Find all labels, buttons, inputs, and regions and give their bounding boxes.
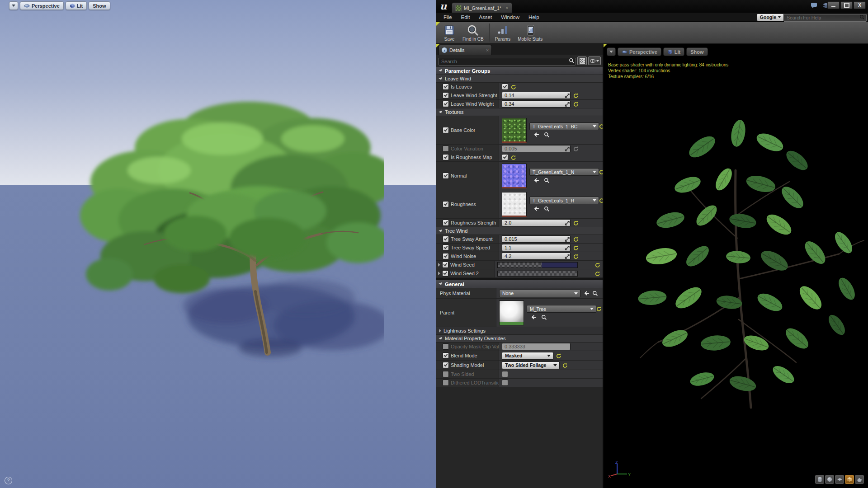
reset-to-default-icon[interactable] [596, 306, 601, 311]
reset-to-default-icon[interactable] [595, 263, 600, 267]
show-button[interactable]: Show [89, 1, 110, 10]
category-textures[interactable]: Textures [436, 108, 603, 116]
level-viewport[interactable]: Perspective Lit Show ? [0, 0, 436, 488]
viewport-options-button[interactable] [607, 47, 616, 56]
param-enable-checkbox[interactable] [443, 380, 449, 386]
param-enable-checkbox[interactable] [443, 154, 449, 160]
reset-to-default-icon[interactable] [599, 124, 603, 129]
value-checkbox[interactable] [502, 84, 508, 90]
texture-combobox[interactable]: T_GreenLeafs_1_R [529, 197, 599, 204]
param-enable-checkbox[interactable] [442, 262, 448, 268]
material-preview-viewport[interactable]: Perspective Lit Show Base pass shader wi… [604, 44, 868, 488]
reset-to-default-icon[interactable] [562, 363, 567, 368]
expander-icon[interactable] [438, 263, 440, 267]
param-enable-checkbox[interactable] [443, 84, 449, 90]
reset-to-default-icon[interactable] [599, 198, 603, 203]
category-lightmass-settings[interactable]: Lightmass Settings [436, 327, 603, 335]
titlebar[interactable]: u MI_GreenLeaf_1* × X [436, 0, 868, 13]
reset-to-default-icon[interactable] [573, 93, 578, 98]
color-swatch[interactable] [497, 271, 578, 277]
shape-cylinder-button[interactable] [815, 475, 824, 484]
shading-model-dropdown[interactable]: Two Sided Foliage [502, 361, 560, 369]
browse-to-asset-icon[interactable] [544, 206, 550, 212]
value-spinbox[interactable]: 2.0 [502, 219, 571, 226]
category-material-property-overrides[interactable]: Material Property Overrides [436, 335, 603, 343]
reset-to-default-icon[interactable] [573, 237, 578, 242]
reset-to-default-icon[interactable] [595, 271, 600, 276]
menu-file[interactable]: File [439, 14, 457, 20]
value-spinbox[interactable]: 4.2 [502, 253, 571, 260]
texture-thumbnail[interactable] [502, 118, 527, 143]
reset-to-default-icon[interactable] [511, 155, 516, 160]
param-enable-checkbox[interactable] [442, 270, 448, 277]
perspective-button[interactable]: Perspective [618, 47, 661, 56]
shape-teapot-button[interactable] [855, 475, 864, 484]
reset-to-default-icon[interactable] [599, 169, 603, 174]
details-search-input[interactable] [438, 58, 576, 66]
feedback-bubble-icon[interactable] [811, 2, 818, 9]
close-button[interactable]: X [854, 1, 866, 9]
view-options-button[interactable] [588, 56, 601, 65]
save-button[interactable]: Save [440, 22, 459, 43]
shape-cube-button[interactable] [845, 475, 854, 484]
menu-help[interactable]: Help [524, 14, 544, 20]
menu-asset[interactable]: Asset [474, 14, 496, 20]
details-tab-close-icon[interactable]: × [486, 48, 489, 53]
display-mode-button[interactable] [577, 56, 587, 65]
value-checkbox[interactable] [502, 154, 508, 160]
asset-tab-close-icon[interactable]: × [505, 5, 508, 10]
param-enable-checkbox[interactable] [443, 371, 449, 377]
color-swatch[interactable] [497, 262, 578, 268]
menu-edit[interactable]: Edit [457, 14, 475, 20]
browse-to-asset-icon[interactable] [592, 291, 598, 296]
category-tree-wind[interactable]: Tree Wind [436, 227, 603, 235]
param-enable-checkbox[interactable] [443, 173, 449, 179]
search-engine-button[interactable]: Google [757, 14, 784, 21]
shape-sphere-button[interactable] [825, 475, 834, 484]
perspective-button[interactable]: Perspective [20, 1, 64, 10]
texture-combobox[interactable]: T_GreenLeafs_1_BC [529, 122, 599, 130]
param-enable-checkbox[interactable] [443, 343, 449, 350]
value-spinbox[interactable]: 1.1 [502, 244, 571, 251]
help-icon[interactable]: ? [5, 477, 12, 484]
lit-button[interactable]: Lit [66, 1, 87, 10]
value-spinbox[interactable]: 0.14 [502, 92, 571, 99]
category-leave-wind[interactable]: Leave Wind [436, 75, 603, 83]
details-tab[interactable]: i Details × [439, 45, 492, 55]
value-spinbox[interactable]: 0.015 [502, 235, 571, 243]
param-enable-checkbox[interactable] [443, 236, 449, 242]
texture-thumbnail[interactable] [502, 164, 527, 188]
param-enable-checkbox[interactable] [443, 127, 449, 133]
reset-to-default-icon[interactable] [573, 102, 578, 107]
param-enable-checkbox[interactable] [443, 253, 449, 259]
use-selected-icon[interactable] [533, 177, 539, 183]
use-selected-icon[interactable] [533, 206, 539, 212]
parent-material-thumbnail[interactable] [499, 300, 524, 325]
param-enable-checkbox[interactable] [443, 244, 449, 251]
param-enable-checkbox[interactable] [443, 92, 449, 99]
viewport-options-button[interactable] [9, 1, 18, 10]
show-button[interactable]: Show [686, 47, 708, 56]
use-selected-icon[interactable] [583, 290, 590, 296]
param-enable-checkbox[interactable] [443, 362, 449, 368]
value-spinbox[interactable]: 0.34 [502, 100, 571, 108]
browse-to-asset-icon[interactable] [544, 178, 550, 183]
parent-combobox[interactable]: M_Tree [527, 305, 596, 313]
reset-to-default-icon[interactable] [573, 254, 578, 259]
reset-to-default-icon[interactable] [511, 84, 516, 89]
reset-to-default-icon[interactable] [573, 221, 578, 225]
params-button[interactable]: Params [491, 22, 514, 43]
param-enable-checkbox[interactable] [443, 145, 449, 152]
reset-to-default-icon[interactable] [573, 146, 578, 151]
expander-icon[interactable] [438, 272, 440, 275]
find-in-cb-button[interactable]: Find in CB [459, 22, 487, 43]
help-search-input[interactable] [784, 14, 867, 22]
shape-plane-button[interactable] [835, 475, 844, 484]
param-enable-checkbox[interactable] [443, 201, 449, 207]
lit-button[interactable]: Lit [663, 47, 684, 56]
asset-tab[interactable]: MI_GreenLeaf_1* × [452, 2, 512, 13]
param-enable-checkbox[interactable] [443, 220, 449, 226]
menu-window[interactable]: Window [496, 14, 524, 20]
mobile-stats-button[interactable]: Mobile Stats [514, 22, 546, 43]
browse-to-asset-icon[interactable] [544, 132, 550, 138]
